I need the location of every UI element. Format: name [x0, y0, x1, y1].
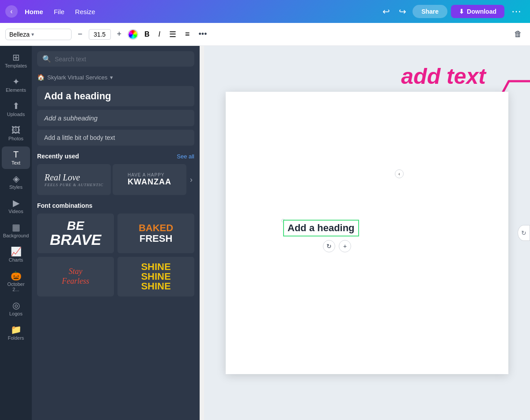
hide-panel-button[interactable]: ‹ [395, 169, 404, 178]
logos-icon: ◎ [12, 301, 20, 310]
download-button[interactable]: ⬇ Download [451, 5, 504, 18]
resize-nav[interactable]: Resize [72, 6, 99, 17]
brand-row[interactable]: 🏠 Skylark Virtual Services ▾ [32, 72, 200, 84]
share-button[interactable]: Share [413, 5, 447, 18]
left-sidebar: ⊞ Templates ✦ Elements ⬆ Uploads 🖼 Photo… [0, 46, 32, 420]
file-nav[interactable]: File [50, 6, 68, 17]
sidebar-item-uploads[interactable]: ⬆ Uploads [2, 98, 30, 120]
font-combos-label: Font combinations [37, 202, 92, 209]
photos-icon: 🖼 [11, 126, 20, 135]
search-input[interactable] [55, 56, 189, 63]
brand-chevron-icon: ▾ [110, 74, 113, 81]
sidebar-item-templates[interactable]: ⊞ Templates [2, 49, 30, 72]
chevron-down-icon: ▾ [31, 31, 34, 38]
next-arrow-icon[interactable]: › [188, 175, 194, 184]
canvas-page: Add a heading ↻ + [226, 92, 508, 374]
element-rotate-button[interactable]: ↻ [323, 240, 335, 252]
redo-button[interactable]: ↪ [396, 4, 409, 19]
folders-icon: 📁 [11, 325, 22, 334]
real-love-content: Real Love FEELS PURE & AUTHENTIC [45, 172, 104, 187]
align-button[interactable]: ☰ [167, 28, 179, 41]
sidebar-label-charts: Charts [9, 257, 23, 262]
recently-used-section: Recently used See all [32, 147, 200, 162]
sidebar-item-videos[interactable]: ▶ Videos [2, 195, 30, 218]
canvas-area: add text Add a headin [204, 46, 530, 420]
october-icon: 🎃 [11, 271, 22, 280]
more-options-button[interactable]: ⋯ [508, 4, 525, 19]
annotation-text: add text [401, 64, 486, 89]
videos-icon: ▶ [13, 199, 19, 207]
add-subheading-button[interactable]: Add a subheading [37, 110, 194, 126]
add-body-button[interactable]: Add a little bit of body text [37, 130, 194, 146]
sidebar-label-october: October 2... [4, 281, 28, 292]
sidebar-item-styles[interactable]: ◈ Styles [2, 171, 30, 193]
sidebar-label-styles: Styles [9, 184, 23, 190]
kwanzaa-content: HAVE A HAPPY KWANZAA [128, 172, 171, 187]
sidebar-label-templates: Templates [5, 63, 27, 68]
search-icon: 🔍 [42, 55, 51, 63]
bold-button[interactable]: B [142, 29, 152, 40]
text-panel: 🔍 🏠 Skylark Virtual Services ▾ Add a hea… [32, 46, 200, 420]
font-size-value[interactable]: 31.5 [89, 29, 111, 40]
font-combos-grid: BE BRAVE BAKED FRESH StayFearless SHINE … [32, 212, 200, 298]
sidebar-item-elements[interactable]: ✦ Elements [2, 74, 30, 96]
sidebar-label-elements: Elements [6, 87, 26, 93]
sidebar-label-uploads: Uploads [7, 112, 25, 117]
back-button[interactable]: ‹ [5, 5, 18, 18]
main-area: ⊞ Templates ✦ Elements ⬆ Uploads 🖼 Photo… [0, 46, 530, 420]
styles-icon: ◈ [13, 174, 19, 183]
font-family-selector[interactable]: Belleza ▾ [5, 29, 72, 40]
search-bar[interactable]: 🔍 [37, 51, 194, 67]
more-text-options-button[interactable]: ••• [196, 28, 210, 41]
sidebar-label-folders: Folders [8, 335, 24, 341]
uploads-icon: ⬆ [12, 101, 20, 110]
increase-size-button[interactable]: + [114, 29, 125, 40]
sidebar-item-photos[interactable]: 🖼 Photos [2, 122, 30, 145]
list-button[interactable]: ≡ [182, 28, 193, 41]
recently-used-label: Recently used [37, 153, 79, 160]
element-controls: ↻ + [323, 240, 351, 252]
canvas-text-element[interactable]: Add a heading [283, 220, 359, 236]
sidebar-item-logos[interactable]: ◎ Logos [2, 297, 30, 320]
font-combo-shine[interactable]: SHINE SHINE SHINE [117, 257, 194, 296]
sidebar-item-october[interactable]: 🎃 October 2... [2, 268, 30, 296]
sidebar-item-background[interactable]: ▦ Background [2, 219, 30, 242]
sidebar-label-logos: Logos [9, 311, 23, 316]
font-combos-section: Font combinations [32, 197, 200, 212]
right-panel-toggle[interactable]: ↻ [518, 225, 530, 241]
canvas-background: add text Add a headin [204, 46, 530, 420]
undo-button[interactable]: ↩ [380, 4, 393, 19]
element-add-button[interactable]: + [339, 240, 351, 252]
recently-used-grid: Real Love FEELS PURE & AUTHENTIC HAVE A … [32, 162, 200, 197]
font-combo-baked-fresh[interactable]: BAKED FRESH [117, 214, 194, 253]
brand-icon: 🏠 [37, 74, 45, 81]
delete-button[interactable]: 🗑 [511, 28, 525, 41]
background-icon: ▦ [12, 223, 20, 232]
sidebar-label-background: Background [3, 233, 29, 238]
toolbar: Belleza ▾ − 31.5 + B I ☰ ≡ ••• 🗑 [0, 23, 530, 46]
recent-item-real-love[interactable]: Real Love FEELS PURE & AUTHENTIC [37, 164, 111, 195]
font-combo-slay-fearless[interactable]: StayFearless [37, 257, 114, 296]
templates-icon: ⊞ [12, 53, 20, 62]
home-nav[interactable]: Home [21, 6, 47, 17]
sidebar-label-text: Text [11, 160, 20, 165]
text-color-button[interactable] [128, 29, 138, 40]
sidebar-item-folders[interactable]: 📁 Folders [2, 322, 30, 344]
italic-button[interactable]: I [156, 29, 163, 40]
see-all-button[interactable]: See all [177, 153, 194, 160]
sidebar-label-photos: Photos [8, 136, 23, 141]
font-combo-be-brave[interactable]: BE BRAVE [37, 214, 114, 253]
sidebar-label-videos: Videos [8, 209, 23, 214]
elements-icon: ✦ [12, 77, 20, 86]
recent-item-kwanzaa[interactable]: HAVE A HAPPY KWANZAA [113, 164, 186, 195]
download-icon: ⬇ [459, 8, 464, 15]
decrease-size-button[interactable]: − [75, 29, 85, 40]
top-nav: ‹ Home File Resize ↩ ↪ Share ⬇ Download … [0, 0, 530, 23]
add-heading-button[interactable]: Add a heading [37, 86, 194, 106]
sidebar-item-text[interactable]: T Text [2, 146, 30, 169]
text-icon: T [13, 150, 19, 159]
charts-icon: 📈 [11, 247, 22, 256]
brand-name: Skylark Virtual Services [47, 74, 107, 81]
sidebar-item-charts[interactable]: 📈 Charts [2, 244, 30, 266]
font-name-label: Belleza [9, 31, 30, 38]
